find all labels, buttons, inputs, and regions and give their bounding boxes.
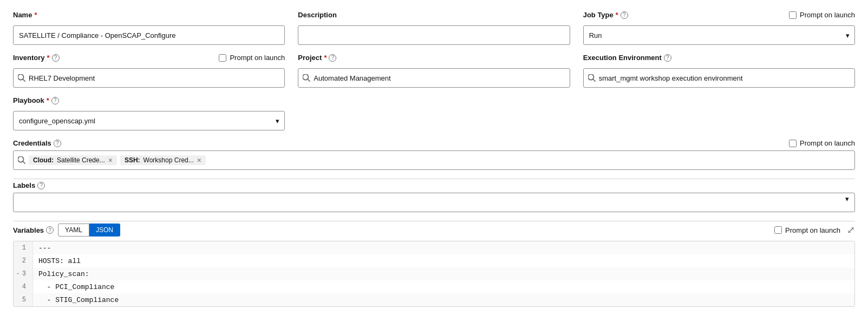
credential-cloud-value: Satellite Crede... xyxy=(57,156,105,164)
line-number-1: 1 xyxy=(14,241,33,254)
name-required: * xyxy=(34,11,37,19)
credentials-prompt-wrapper: Prompt on launch xyxy=(789,139,855,147)
credentials-divider xyxy=(13,179,855,179)
inventory-required: * xyxy=(47,54,50,62)
variables-actions: Prompt on launch ⤢ xyxy=(774,224,855,236)
line-number-2: 2 xyxy=(14,254,33,267)
labels-chevron-icon: ▾ xyxy=(845,194,849,202)
credentials-prompt-label: Prompt on launch xyxy=(800,139,855,147)
inventory-label: Inventory xyxy=(13,54,45,62)
project-required: * xyxy=(324,54,327,62)
inventory-help-icon[interactable]: ? xyxy=(52,54,60,62)
labels-divider xyxy=(13,221,855,221)
code-content-5: - STIG_Compliance xyxy=(33,295,124,305)
variables-help-icon[interactable]: ? xyxy=(46,226,54,234)
code-content-2: HOSTS: all xyxy=(33,256,86,266)
code-line-1: 1 --- xyxy=(14,241,854,254)
credentials-section: Credentials ? Prompt on launch Cloud: Sa… xyxy=(13,139,855,170)
credential-cloud-remove-button[interactable]: × xyxy=(108,156,113,164)
credentials-label: Credentials xyxy=(13,139,51,147)
credential-ssh-remove-button[interactable]: × xyxy=(197,156,201,164)
tab-json[interactable]: JSON xyxy=(89,224,120,237)
code-line-4: 4 - PCI_Compliance xyxy=(14,280,854,293)
playbook-field: Playbook * ? configure_openscap.yml ▾ xyxy=(13,96,285,130)
labels-input-wrapper[interactable]: ▾ xyxy=(13,193,855,212)
credentials-input-wrapper[interactable]: Cloud: Satellite Crede... × SSH: Worksho… xyxy=(13,150,855,170)
variables-prompt-checkbox[interactable] xyxy=(774,226,782,234)
job-type-select[interactable]: Run Check xyxy=(583,25,855,45)
variables-editor[interactable]: 1 --- 2 HOSTS: all -3 Policy_scan: 4 - P… xyxy=(13,241,855,307)
inventory-prompt-checkbox[interactable] xyxy=(219,54,226,62)
job-type-label: Job Type xyxy=(583,11,614,19)
code-line-2: 2 HOSTS: all xyxy=(14,254,854,267)
variables-label-row: Variables ? YAML JSON xyxy=(13,224,120,237)
description-field: Description xyxy=(298,11,570,45)
execution-environment-search-input[interactable] xyxy=(599,74,850,82)
playbook-select[interactable]: configure_openscap.yml xyxy=(13,111,285,130)
expand-icon[interactable]: ⤢ xyxy=(847,224,855,236)
job-type-required: * xyxy=(616,11,618,19)
inventory-search-wrapper[interactable] xyxy=(13,68,285,88)
job-type-prompt-label: Prompt on launch xyxy=(800,11,855,19)
job-type-prompt-wrapper: Prompt on launch xyxy=(789,11,855,19)
credentials-help-icon[interactable]: ? xyxy=(54,140,61,147)
credentials-prompt-checkbox[interactable] xyxy=(789,140,797,147)
variables-prompt-wrapper: Prompt on launch xyxy=(774,226,840,234)
description-input[interactable] xyxy=(298,25,570,45)
playbook-label: Playbook xyxy=(13,96,44,104)
variables-header: Variables ? YAML JSON Prompt on launch ⤢ xyxy=(13,224,855,237)
playbook-help-icon[interactable]: ? xyxy=(51,97,59,104)
credentials-search-icon xyxy=(18,156,25,164)
inventory-prompt-wrapper: Prompt on launch xyxy=(219,54,285,62)
job-type-help-icon[interactable]: ? xyxy=(621,11,628,19)
project-search-input[interactable] xyxy=(314,74,565,82)
playbook-required: * xyxy=(47,96,49,104)
project-search-icon xyxy=(303,74,310,82)
execution-environment-field: Execution Environment ? xyxy=(583,54,855,88)
project-label: Project xyxy=(298,54,322,62)
variables-section: Variables ? YAML JSON Prompt on launch ⤢… xyxy=(13,224,855,307)
inventory-search-input[interactable] xyxy=(29,74,280,82)
code-content-3: Policy_scan: xyxy=(33,269,95,279)
job-type-prompt-checkbox[interactable] xyxy=(789,11,797,19)
code-line-3: -3 Policy_scan: xyxy=(14,267,854,280)
playbook-select-wrapper: configure_openscap.yml ▾ xyxy=(13,111,285,130)
line-number-3: -3 xyxy=(14,267,33,280)
credential-tag-ssh: SSH: Workshop Cred... × xyxy=(120,155,206,165)
name-label: Name xyxy=(13,11,32,19)
inventory-field: Inventory * ? Prompt on launch xyxy=(13,54,285,88)
inventory-prompt-label: Prompt on launch xyxy=(230,54,285,62)
job-type-select-wrapper: Run Check ▾ xyxy=(583,25,855,45)
line-number-5: 5 xyxy=(14,293,33,306)
inventory-search-icon xyxy=(18,74,25,82)
labels-label: Labels xyxy=(13,181,35,189)
name-field: Name * xyxy=(13,11,285,45)
credential-cloud-type: Cloud: xyxy=(33,156,54,164)
project-search-wrapper[interactable] xyxy=(298,68,570,88)
project-field: Project * ? xyxy=(298,54,570,88)
tab-yaml[interactable]: YAML xyxy=(58,224,89,237)
execution-environment-help-icon[interactable]: ? xyxy=(664,54,671,62)
execution-environment-search-wrapper[interactable] xyxy=(583,68,855,88)
credential-tag-cloud: Cloud: Satellite Crede... × xyxy=(29,155,117,165)
execution-environment-label: Execution Environment xyxy=(583,54,662,62)
name-input[interactable] xyxy=(13,25,285,45)
execution-environment-search-icon xyxy=(588,74,596,82)
credential-ssh-value: Workshop Cred... xyxy=(143,156,194,164)
labels-help-icon[interactable]: ? xyxy=(37,182,45,189)
code-content-1: --- xyxy=(33,243,56,253)
job-type-field: Job Type * ? Prompt on launch Run Check … xyxy=(583,11,855,45)
project-help-icon[interactable]: ? xyxy=(329,54,336,62)
line-number-4: 4 xyxy=(14,280,33,293)
variables-label: Variables xyxy=(13,226,44,234)
description-label: Description xyxy=(298,11,337,19)
variables-prompt-label: Prompt on launch xyxy=(785,226,840,234)
labels-section: Labels ? ▾ xyxy=(13,181,855,212)
code-line-5: 5 - STIG_Compliance xyxy=(14,293,854,306)
credential-ssh-type: SSH: xyxy=(125,156,140,164)
variables-tab-group: YAML JSON xyxy=(58,224,120,237)
code-content-4: - PCI_Compliance xyxy=(33,282,120,292)
collapse-marker-3: - xyxy=(14,270,22,278)
